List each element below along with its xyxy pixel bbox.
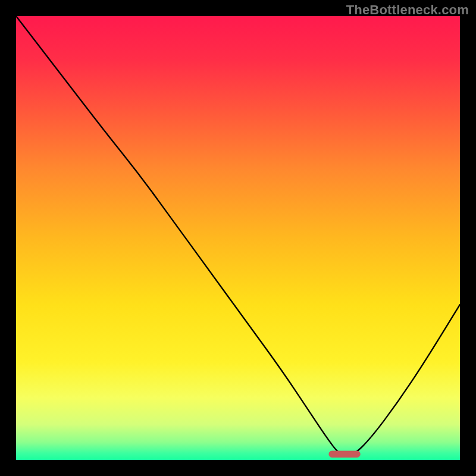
bottleneck-chart	[16, 16, 460, 460]
optimal-marker	[329, 451, 360, 457]
chart-frame: TheBottleneck.com	[0, 0, 476, 476]
plot-area	[16, 16, 460, 460]
gradient-background	[16, 16, 460, 460]
